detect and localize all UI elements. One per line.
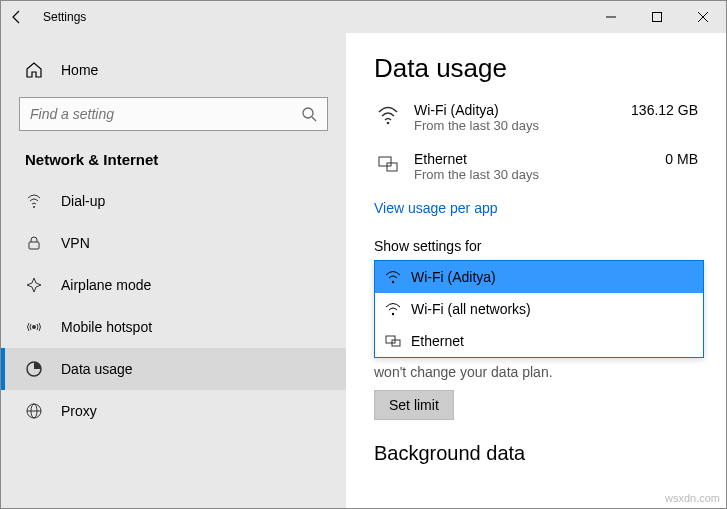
- svg-point-6: [32, 325, 36, 329]
- airplane-icon: [25, 276, 43, 294]
- titlebar: Settings: [1, 1, 726, 33]
- sidebar-item-dialup[interactable]: Dial-up: [1, 180, 346, 222]
- sidebar-item-label: Airplane mode: [61, 277, 151, 293]
- dropdown-option-ethernet[interactable]: Ethernet: [375, 325, 703, 357]
- svg-point-15: [392, 313, 394, 315]
- wifi-icon: [385, 301, 401, 317]
- home-icon: [25, 61, 43, 79]
- search-field[interactable]: [30, 106, 301, 122]
- usage-name: Ethernet: [414, 151, 665, 167]
- sidebar: Home Network & Internet Dial-up: [1, 33, 346, 508]
- window-title: Settings: [43, 10, 86, 24]
- svg-point-14: [392, 281, 394, 283]
- close-button[interactable]: [680, 1, 726, 33]
- usage-sub: From the last 30 days: [414, 118, 631, 133]
- dialup-icon: [25, 192, 43, 210]
- data-usage-icon: [25, 360, 43, 378]
- vpn-icon: [25, 234, 43, 252]
- sidebar-item-label: Proxy: [61, 403, 97, 419]
- proxy-icon: [25, 402, 43, 420]
- usage-name: Wi-Fi (Aditya): [414, 102, 631, 118]
- view-usage-link[interactable]: View usage per app: [374, 200, 698, 216]
- sidebar-item-label: Data usage: [61, 361, 133, 377]
- search-input[interactable]: [19, 97, 328, 131]
- usage-row-ethernet: Ethernet From the last 30 days 0 MB: [374, 151, 698, 182]
- dropdown-option-wifi-aditya[interactable]: Wi-Fi (Aditya): [375, 261, 703, 293]
- sidebar-item-datausage[interactable]: Data usage: [1, 348, 346, 390]
- svg-point-11: [387, 122, 390, 125]
- wifi-icon: [385, 269, 401, 285]
- search-icon: [301, 106, 317, 122]
- settings-dropdown[interactable]: Wi-Fi (Aditya) Wi-Fi (all networks) Ethe…: [374, 260, 704, 358]
- field-label: Show settings for: [374, 238, 698, 254]
- sidebar-item-label: Mobile hotspot: [61, 319, 152, 335]
- svg-rect-5: [29, 242, 39, 249]
- home-nav[interactable]: Home: [1, 51, 346, 89]
- svg-rect-12: [379, 157, 391, 166]
- ethernet-icon: [385, 333, 401, 349]
- usage-row-wifi: Wi-Fi (Aditya) From the last 30 days 136…: [374, 102, 698, 133]
- sidebar-item-label: VPN: [61, 235, 90, 251]
- dropdown-option-label: Wi-Fi (Aditya): [411, 269, 496, 285]
- sidebar-item-proxy[interactable]: Proxy: [1, 390, 346, 432]
- home-label: Home: [61, 62, 98, 78]
- dropdown-option-label: Ethernet: [411, 333, 464, 349]
- svg-rect-1: [653, 13, 662, 22]
- usage-sub: From the last 30 days: [414, 167, 665, 182]
- usage-value: 0 MB: [665, 151, 698, 167]
- maximize-button[interactable]: [634, 1, 680, 33]
- background-data-heading: Background data: [374, 442, 698, 465]
- hotspot-icon: [25, 318, 43, 336]
- sidebar-item-hotspot[interactable]: Mobile hotspot: [1, 306, 346, 348]
- dropdown-option-wifi-all[interactable]: Wi-Fi (all networks): [375, 293, 703, 325]
- set-limit-button[interactable]: Set limit: [374, 390, 454, 420]
- sidebar-item-label: Dial-up: [61, 193, 105, 209]
- ethernet-icon: [374, 153, 402, 175]
- minimize-button[interactable]: [588, 1, 634, 33]
- svg-point-4: [33, 206, 35, 208]
- sidebar-item-vpn[interactable]: VPN: [1, 222, 346, 264]
- truncated-help-text: won't change your data plan.: [374, 364, 698, 380]
- dropdown-option-label: Wi-Fi (all networks): [411, 301, 531, 317]
- main-panel: Data usage Wi-Fi (Aditya) From the last …: [346, 33, 726, 508]
- svg-rect-13: [387, 163, 397, 171]
- svg-line-3: [312, 117, 316, 121]
- wifi-icon: [374, 104, 402, 126]
- section-label: Network & Internet: [1, 145, 346, 180]
- usage-value: 136.12 GB: [631, 102, 698, 118]
- dropdown-list: Wi-Fi (Aditya) Wi-Fi (all networks) Ethe…: [374, 260, 704, 358]
- svg-point-2: [303, 108, 313, 118]
- watermark: wsxdn.com: [665, 492, 720, 504]
- sidebar-item-airplane[interactable]: Airplane mode: [1, 264, 346, 306]
- back-icon[interactable]: [9, 9, 25, 25]
- page-title: Data usage: [374, 53, 698, 84]
